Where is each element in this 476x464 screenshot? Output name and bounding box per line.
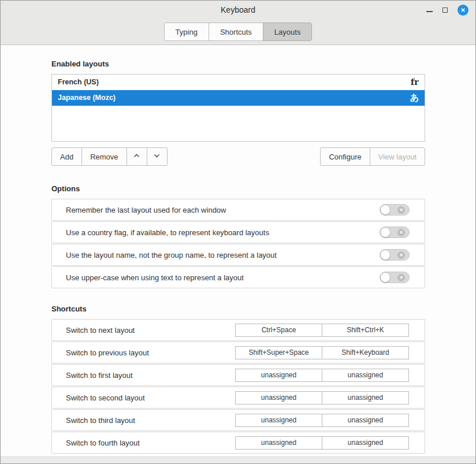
shortcut-bindings: unassigned unassigned — [235, 414, 409, 427]
toggle-layout-name[interactable]: ✕ — [380, 249, 410, 261]
layout-indicator-japanese: あ — [410, 94, 419, 102]
shortcut-row-previous-layout: Switch to previous layout Shift+Super+Sp… — [51, 341, 425, 363]
shortcut-row-fourth-layout: Switch to fourth layout unassigned unass… — [51, 432, 425, 454]
window-controls: ✕ — [426, 1, 468, 19]
add-layout-button[interactable]: Add — [51, 147, 82, 166]
option-row-remember-layout: Remember the last layout used for each w… — [51, 199, 425, 221]
shortcut-bindings: unassigned unassigned — [235, 436, 409, 450]
shortcut-bindings: Ctrl+Space Shift+Ctrl+K — [235, 324, 409, 337]
chevron-down-icon — [153, 152, 161, 161]
shortcuts-heading: Shortcuts — [51, 305, 425, 314]
option-label: Remember the last layout used for each w… — [66, 206, 226, 214]
shortcut-row-second-layout: Switch to second layout unassigned unass… — [51, 387, 425, 409]
shortcut-row-third-layout: Switch to third layout unassigned unassi… — [51, 409, 425, 431]
shortcut-label: Switch to previous layout — [66, 348, 149, 357]
toggle-knob — [380, 250, 391, 260]
keybinding-box[interactable]: Shift+Keyboard — [322, 346, 409, 359]
keybinding-box[interactable]: unassigned — [322, 369, 409, 382]
shortcut-bindings: Shift+Super+Space Shift+Keyboard — [235, 346, 409, 359]
shortcut-bindings: unassigned unassigned — [235, 369, 409, 382]
window-title: Keyboard — [221, 5, 255, 14]
enabled-layouts-list: French (US) fr Japanese (Mozc) あ — [51, 74, 425, 142]
keybinding-box[interactable]: unassigned — [322, 436, 409, 450]
edit-buttons-group: Add Remove — [51, 147, 168, 166]
tab-typing[interactable]: Typing — [164, 23, 209, 41]
move-up-button[interactable] — [127, 147, 147, 166]
shortcut-label: Switch to fourth layout — [66, 439, 140, 447]
keybinding-box[interactable]: Ctrl+Space — [235, 324, 322, 337]
toggle-remember-layout[interactable]: ✕ — [380, 204, 410, 216]
keybinding-box[interactable]: unassigned — [235, 436, 322, 450]
option-row-layout-name: Use the layout name, not the group name,… — [51, 244, 425, 266]
tab-shortcuts[interactable]: Shortcuts — [209, 23, 263, 41]
shortcut-row-first-layout: Switch to first layout unassigned unassi… — [51, 364, 425, 386]
move-down-button[interactable] — [147, 147, 168, 166]
option-row-country-flag: Use a country flag, if available, to rep… — [51, 221, 425, 243]
tab-group: Typing Shortcuts Layouts — [164, 23, 313, 41]
keybinding-box[interactable]: unassigned — [322, 391, 409, 404]
layouts-panel: Enabled layouts French (US) fr Japanese … — [1, 45, 475, 457]
toggle-knob — [380, 227, 391, 237]
option-label: Use upper-case when using text to repres… — [66, 273, 244, 282]
shortcut-bindings: unassigned unassigned — [235, 391, 409, 404]
keyboard-settings-window: Keyboard ✕ Typing Shortcuts Layouts Enab… — [0, 0, 476, 464]
layout-row-french[interactable]: French (US) fr — [52, 75, 425, 90]
toggle-knob — [380, 205, 391, 215]
configure-button[interactable]: Configure — [320, 147, 370, 166]
keybinding-box[interactable]: unassigned — [235, 369, 322, 382]
toggle-off-icon: ✕ — [397, 206, 405, 214]
layout-list-actions: Add Remove Configure View layout — [51, 147, 425, 166]
shortcut-label: Switch to second layout — [66, 394, 145, 402]
options-heading: Options — [51, 184, 425, 194]
keybinding-box[interactable]: unassigned — [235, 414, 322, 427]
toggle-off-icon: ✕ — [397, 274, 405, 281]
layout-name: Japanese (Mozc) — [58, 94, 116, 102]
toggle-off-icon: ✕ — [397, 251, 405, 259]
remove-layout-button[interactable]: Remove — [81, 147, 127, 166]
toggle-country-flag[interactable]: ✕ — [380, 227, 410, 238]
layout-row-japanese-selected[interactable]: Japanese (Mozc) あ — [52, 90, 425, 106]
view-layout-button[interactable]: View layout — [370, 147, 425, 166]
chevron-up-icon — [133, 152, 140, 161]
toggle-off-icon: ✕ — [397, 229, 405, 236]
toggle-upper-case[interactable]: ✕ — [380, 272, 410, 283]
titlebar: Keyboard ✕ — [1, 1, 475, 19]
toggle-knob — [380, 272, 391, 283]
close-icon[interactable]: ✕ — [458, 5, 468, 16]
shortcut-label: Switch to third layout — [66, 416, 135, 425]
layout-tools-group: Configure View layout — [320, 147, 425, 166]
keybinding-box[interactable]: unassigned — [322, 414, 409, 427]
option-label: Use a country flag, if available, to rep… — [66, 228, 269, 237]
tab-bar: Typing Shortcuts Layouts — [1, 19, 475, 45]
maximize-icon[interactable] — [442, 8, 448, 13]
keybinding-box[interactable]: Shift+Super+Space — [235, 346, 322, 359]
actions-spacer — [168, 147, 321, 166]
minimize-icon[interactable] — [426, 11, 433, 12]
tab-layouts[interactable]: Layouts — [263, 23, 313, 41]
keybinding-box[interactable]: Shift+Ctrl+K — [322, 324, 409, 337]
shortcut-label: Switch to first layout — [66, 371, 133, 380]
layout-name: French (US) — [58, 78, 99, 86]
layout-indicator-fr: fr — [411, 78, 419, 87]
option-row-upper-case: Use upper-case when using text to repres… — [51, 266, 425, 288]
shortcut-row-next-layout: Switch to next layout Ctrl+Space Shift+C… — [51, 319, 425, 341]
enabled-layouts-heading: Enabled layouts — [51, 60, 425, 69]
keybinding-box[interactable]: unassigned — [235, 391, 322, 404]
option-label: Use the layout name, not the group name,… — [66, 251, 277, 259]
shortcut-label: Switch to next layout — [66, 326, 135, 335]
